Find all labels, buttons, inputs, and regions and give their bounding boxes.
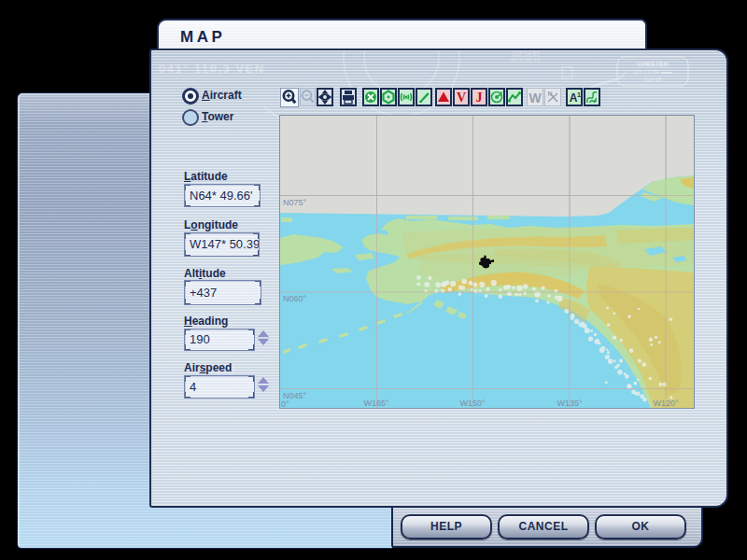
svg-text:W: W: [529, 91, 542, 105]
svg-text:Quit 08: Quit 08: [643, 77, 662, 82]
svg-text:041° 110.3 VEN: 041° 110.3 VEN: [159, 62, 265, 76]
svg-text:115.1 CTR ▬▬: 115.1 CTR ▬▬: [633, 69, 672, 75]
svg-text:W120°: W120°: [653, 399, 679, 408]
svg-text:CHESTER: CHESTER: [637, 61, 668, 67]
svg-text:W135°: W135°: [557, 399, 583, 408]
svg-text:N075°: N075°: [283, 198, 307, 207]
svg-text:1: 1: [577, 91, 581, 98]
svg-text:102°14.83': 102°14.83': [512, 50, 541, 57]
svg-text:W73°48.73': W73°48.73': [510, 57, 541, 63]
svg-text:W150°: W150°: [459, 399, 486, 408]
svg-text:J: J: [476, 91, 483, 105]
svg-text:W165°: W165°: [363, 399, 389, 408]
svg-text:0°: 0°: [281, 399, 289, 408]
svg-text:V: V: [457, 91, 466, 105]
svg-text:N060°: N060°: [283, 294, 307, 303]
